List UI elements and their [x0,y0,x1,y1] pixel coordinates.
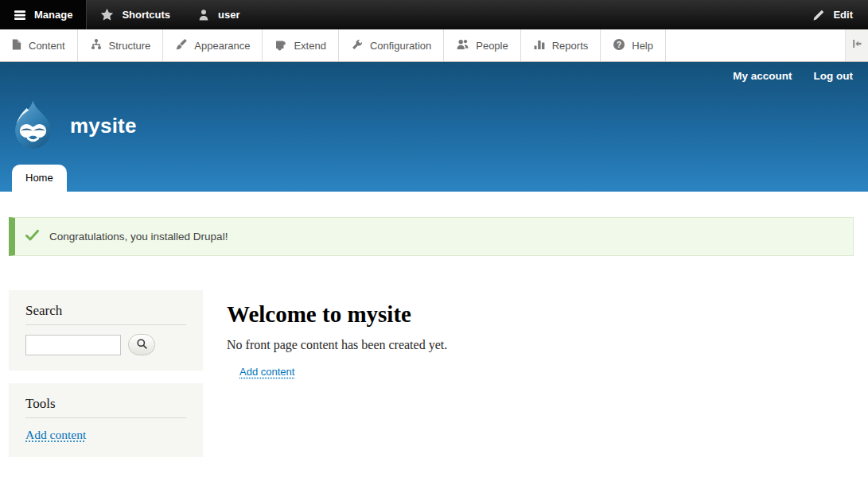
admin-toolbar: Manage Shortcuts user Edit [0,0,868,29]
menu-item-reports[interactable]: Reports [521,29,601,61]
appearance-icon [175,38,188,53]
menu-item-label: Appearance [194,40,250,52]
action-links: Add content [227,364,854,378]
sidebar-add-content-link[interactable]: Add content [25,428,86,442]
content-region: Welcome to mysite No front page content … [227,290,854,378]
drupal-logo [10,99,56,153]
menu-item-label: Structure [109,40,151,52]
hamburger-icon [14,9,26,21]
toolbar-tab-manage[interactable]: Manage [0,0,87,29]
menu-item-label: Help [632,40,653,52]
tray-collapse-button[interactable] [845,29,868,61]
search-form [25,334,186,355]
menu-item-structure[interactable]: Structure [78,29,164,61]
reports-icon [533,38,546,53]
menu-item-label: People [476,40,508,52]
add-content-link[interactable]: Add content [239,366,294,378]
toolbar-tab-label: Shortcuts [122,9,170,21]
toolbar-tab-label: Edit [833,9,853,21]
user-icon [197,9,210,21]
menu-item-help[interactable]: ? Help [601,29,666,61]
pencil-icon [812,9,825,21]
magnifier-icon [136,338,148,352]
secondary-menu: My account Log out [733,70,853,82]
menu-item-label: Content [29,40,65,52]
menu-item-content[interactable]: Content [0,29,78,61]
sidebar: Search Tools Add content [9,290,203,470]
log-out-link[interactable]: Log out [814,70,853,82]
toolbar-tab-user[interactable]: user [184,0,253,29]
menu-item-label: Reports [552,40,589,52]
site-header: My account Log out [0,62,868,192]
empty-frontpage-message: No front page content has been created y… [227,338,854,352]
main-content: Congratulations, you installed Drupal! S… [0,217,868,470]
page-title: Welcome to mysite [227,301,854,328]
status-message-text: Congratulations, you installed Drupal! [49,231,228,243]
site-branding[interactable]: mysite [10,99,137,153]
content-icon [10,38,22,53]
structure-icon [90,38,103,53]
search-block-title: Search [25,303,186,325]
search-block: Search [9,290,203,371]
tools-block-title: Tools [25,396,186,418]
configuration-icon [351,38,364,53]
people-icon [456,38,469,53]
extend-icon [274,38,287,53]
menu-item-label: Configuration [370,40,431,52]
menu-item-extend[interactable]: Extend [263,29,338,61]
site-name: mysite [70,114,137,138]
menu-item-configuration[interactable]: Configuration [339,29,444,61]
admin-menu-tray: Content Structure Appearance Extend Conf… [0,29,868,62]
star-icon [100,8,114,21]
menu-item-people[interactable]: People [444,29,520,61]
checkmark-icon [25,230,39,243]
tab-home[interactable]: Home [12,165,67,192]
toolbar-tab-label: Manage [34,9,72,21]
toolbar-tab-edit[interactable]: Edit [799,0,868,29]
toolbar-tab-shortcuts[interactable]: Shortcuts [87,0,184,29]
menu-item-appearance[interactable]: Appearance [163,29,263,61]
menu-item-label: Extend [294,40,325,52]
list-item: Add content [239,364,854,378]
svg-text:?: ? [617,40,621,49]
search-input[interactable] [25,335,121,355]
collapse-arrow-icon [850,37,863,53]
page-layout: Search Tools Add content Welcome to mysi… [9,290,854,470]
tools-block: Tools Add content [9,383,203,457]
my-account-link[interactable]: My account [733,70,792,82]
help-icon: ? [613,38,625,53]
status-message: Congratulations, you installed Drupal! [9,217,854,256]
search-submit-button[interactable] [128,334,155,355]
toolbar-tab-label: user [218,9,239,21]
